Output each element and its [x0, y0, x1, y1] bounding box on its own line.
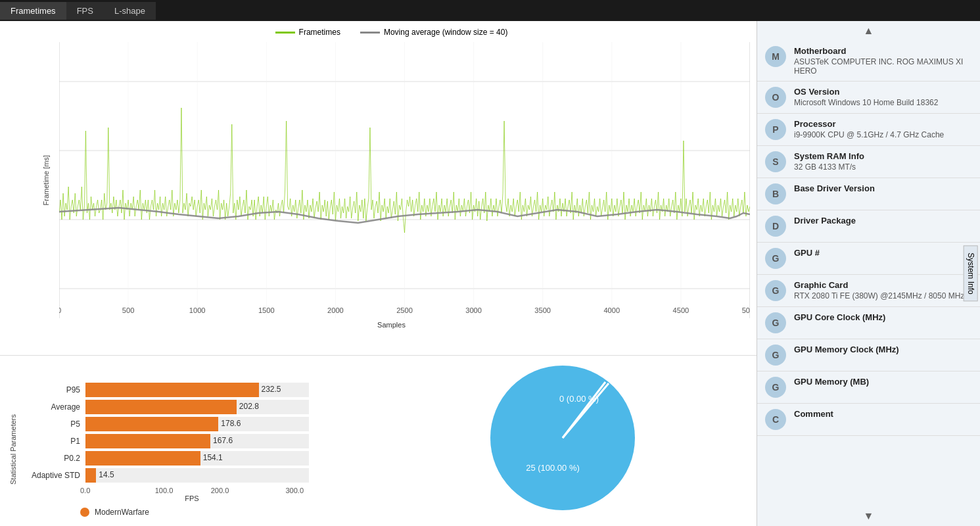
info-text-gpu-mem-clock: GPU Memory Clock (MHz): [794, 345, 972, 356]
bar-p95-fill: [85, 383, 259, 397]
info-title-gpu-num: GPU #: [794, 248, 972, 258]
bar-p02-fill: [85, 451, 200, 466]
tab-lshape[interactable]: L-shape: [104, 2, 156, 20]
stats-panel-label: Statistical Parameters: [5, 361, 21, 526]
x-tick-100: 100.0: [136, 487, 192, 494]
info-item-base-driver: B Base Driver Version: [757, 178, 980, 210]
bottom-area: Statistical Parameters P95 232.5 Average: [0, 355, 757, 526]
bar-adaptive-fill: [85, 468, 96, 483]
avatar-comment: C: [765, 409, 786, 430]
bar-adaptive-std: Adaptive STD 14.5: [28, 468, 362, 483]
x-tick-200: 200.0: [192, 487, 248, 494]
svg-text:3000: 3000: [465, 306, 482, 314]
legend-frametimes: Frametimes: [275, 28, 340, 37]
avatar-gpu-mem-clock: G: [765, 345, 786, 366]
avatar-base-driver: B: [765, 183, 786, 204]
info-value-ram: 32 GB 4133 MT/s: [794, 162, 972, 172]
info-title-motherboard: Motherboard: [794, 46, 972, 56]
y-axis-label: Frametime [ms]: [39, 155, 53, 205]
avatar-gpu-memory: G: [765, 377, 786, 398]
info-title-graphic-card: Graphic Card: [794, 280, 972, 290]
avatar-graphic-card: G: [765, 280, 786, 301]
bar-average-label: Average: [28, 402, 80, 412]
tab-frametimes[interactable]: Frametimes: [0, 2, 66, 20]
system-info-panel: ▲ System Info ❯ M Motherboard ASUSTeK CO…: [757, 21, 980, 526]
info-item-processor: P Processor i9-9900K CPU @ 5.1GHz / 4.7 …: [757, 114, 980, 146]
x-tick-300: 300.0: [248, 487, 304, 494]
bar-average: Average 202.8: [28, 400, 362, 414]
frametimes-chart: 8 6 4 2 0 500 1000 1500 2000 2500 3000 3…: [59, 42, 750, 318]
info-value-os: Microsoft Windows 10 Home Build 18362: [794, 98, 972, 107]
info-title-os: OS Version: [794, 87, 972, 97]
info-text-os: OS Version Microsoft Windows 10 Home Bui…: [794, 87, 972, 107]
info-item-gpu-num: G GPU #: [757, 243, 980, 275]
bar-average-fill: [85, 400, 237, 414]
bar-p1-label: P1: [28, 437, 80, 446]
tab-fps[interactable]: FPS: [66, 2, 104, 20]
bar-p1: P1 167.6: [28, 434, 362, 448]
bar-p02: P0.2 154.1: [28, 451, 362, 466]
svg-text:2500: 2500: [396, 306, 413, 314]
info-items-container: M Motherboard ASUSTeK COMPUTER INC. ROG …: [757, 41, 980, 506]
info-text-motherboard: Motherboard ASUSTeK COMPUTER INC. ROG MA…: [794, 46, 972, 76]
info-item-gpu-core-clock: G GPU Core Clock (MHz): [757, 307, 980, 339]
info-title-gpu-mem-clock: GPU Memory Clock (MHz): [794, 345, 972, 354]
title-bar: Frametimes FPS L-shape: [0, 0, 980, 21]
bar-p02-label: P0.2: [28, 454, 80, 463]
avatar-os: O: [765, 87, 786, 108]
legend-moving-avg-label: Moving average (window size = 40): [384, 28, 507, 37]
svg-text:3500: 3500: [534, 306, 551, 314]
bar-p1-value: 167.6: [213, 436, 233, 445]
moving-avg-line-icon: [360, 32, 380, 34]
chart-area: Frametimes Moving average (window size =…: [0, 21, 757, 355]
x-axis-fps-label: FPS: [28, 494, 304, 502]
x-axis-label: Samples: [33, 321, 750, 329]
frametimes-line-icon: [275, 32, 295, 34]
svg-text:5000: 5000: [742, 306, 750, 314]
legend-frametimes-label: Frametimes: [299, 28, 340, 37]
bar-p5: P5 178.6: [28, 417, 362, 431]
info-text-gpu-core-clock: GPU Core Clock (MHz): [794, 312, 972, 323]
avatar-gpu-num: G: [765, 248, 786, 269]
stats-legend-label: ModernWarfare: [95, 508, 149, 517]
bar-p95: P95 232.5: [28, 383, 362, 397]
info-item-comment: C Comment: [757, 404, 980, 436]
info-text-base-driver: Base Driver Version: [794, 183, 972, 195]
svg-text:500: 500: [122, 306, 135, 314]
bar-p95-value: 232.5: [262, 385, 281, 394]
left-panel: Frametimes Moving average (window size =…: [0, 21, 757, 526]
system-info-tab-label: System Info: [963, 245, 977, 301]
bar-p02-value: 154.1: [203, 453, 223, 462]
info-text-processor: Processor i9-9900K CPU @ 5.1GHz / 4.7 GH…: [794, 119, 972, 139]
svg-text:1000: 1000: [189, 306, 206, 314]
bar-p95-label: P95: [28, 385, 80, 394]
svg-text:4500: 4500: [673, 306, 689, 314]
scroll-up-button[interactable]: ▲: [757, 21, 980, 41]
info-text-driver-pkg: Driver Package: [794, 216, 972, 227]
stats-legend-dot: [80, 508, 89, 517]
svg-text:4000: 4000: [603, 306, 620, 314]
info-text-graphic-card: Graphic Card RTX 2080 Ti FE (380W) @2145…: [794, 280, 972, 300]
x-tick-0: 0.0: [80, 487, 136, 494]
info-item-ram: S System RAM Info 32 GB 4133 MT/s: [757, 146, 980, 178]
info-text-gpu-num: GPU #: [794, 248, 972, 259]
info-text-ram: System RAM Info 32 GB 4133 MT/s: [794, 151, 972, 172]
info-item-gpu-memory: G GPU Memory (MB): [757, 371, 980, 404]
info-item-motherboard: M Motherboard ASUSTeK COMPUTER INC. ROG …: [757, 41, 980, 82]
info-item-graphic-card: G Graphic Card RTX 2080 Ti FE (380W) @21…: [757, 275, 980, 307]
info-title-driver-pkg: Driver Package: [794, 216, 972, 226]
bar-p5-fill: [85, 417, 218, 431]
avatar-motherboard: M: [765, 46, 786, 67]
avatar-gpu-core-clock: G: [765, 312, 786, 333]
scroll-down-button[interactable]: ▼: [757, 506, 980, 526]
info-value-processor: i9-9900K CPU @ 5.1GHz / 4.7 GHz Cache: [794, 130, 972, 139]
pie-panel: 0 (0.00 %) 25 (100.00 %) Smooth time (s)…: [368, 356, 757, 526]
info-item-driver-pkg: D Driver Package: [757, 210, 980, 243]
svg-text:2000: 2000: [327, 306, 344, 314]
bar-average-value: 202.8: [239, 402, 259, 411]
info-title-processor: Processor: [794, 119, 972, 129]
info-title-base-driver: Base Driver Version: [794, 183, 972, 193]
avatar-driver-pkg: D: [765, 216, 786, 237]
bar-p5-value: 178.6: [221, 419, 241, 428]
info-text-comment: Comment: [794, 409, 972, 420]
